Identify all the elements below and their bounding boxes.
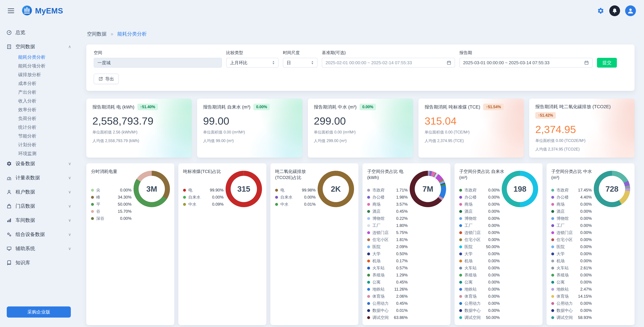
legend-row[interactable]: 工厂 0.00%	[459, 222, 500, 229]
legend-row[interactable]: 商场 0.00%	[551, 201, 592, 208]
base-period-input[interactable]: 2025-02-01 00:00:00 ~ 2025-02-14 07:55:3…	[322, 58, 455, 68]
sidebar-item-overview[interactable]: 总览	[4, 27, 74, 38]
hamburger-menu-button[interactable]	[7, 8, 15, 14]
sidebar-subitem[interactable]: 碳排放分析	[4, 70, 74, 79]
legend-row[interactable]: 市政府 17.45%	[551, 186, 592, 194]
legend-row[interactable]: 工厂 1.80%	[367, 222, 408, 229]
legend-row[interactable]: 医院 2.09%	[367, 243, 408, 250]
legend-row[interactable]: 调试空间 50.00%	[459, 314, 500, 321]
legend-row[interactable]: 大学 0.50%	[367, 250, 408, 258]
legend-row[interactable]: 数据中心 0.00%	[551, 307, 592, 314]
legend-row[interactable]: 地铁站 2.47%	[551, 286, 592, 293]
sidebar-subitem[interactable]: 统计分析	[4, 123, 74, 132]
legend-row[interactable]: 办公楼 0.00%	[459, 194, 500, 201]
legend-row[interactable]: 连锁门店 5.75%	[367, 229, 408, 236]
legend-row[interactable]: 深谷 0.00%	[91, 215, 132, 222]
export-button[interactable]: 导出	[94, 74, 119, 84]
legend-row[interactable]: 体育场 14.15%	[551, 293, 592, 300]
legend-row[interactable]: 市政府 1.71%	[367, 186, 408, 194]
legend-row[interactable]: 公用动力 0.00%	[459, 300, 500, 307]
legend-row[interactable]: 公寓 0.00%	[551, 278, 592, 286]
notifications-bell-button[interactable]	[609, 6, 620, 16]
legend-row[interactable]: 电 99.90%	[183, 186, 224, 194]
legend-row[interactable]: 火车站 2.61%	[551, 264, 592, 272]
comparison-type-select[interactable]: 上月环比	[226, 58, 278, 68]
legend-row[interactable]: 连锁门店 0.00%	[459, 229, 500, 236]
sidebar-subitem[interactable]: 成本分析	[4, 79, 74, 88]
legend-row[interactable]: 博物馆 0.00%	[459, 215, 500, 222]
submit-button[interactable]: 提交	[597, 58, 617, 68]
legend-row[interactable]: 办公楼 1.98%	[367, 194, 408, 201]
legend-row[interactable]: 医院 50.00%	[459, 243, 500, 250]
legend-row[interactable]: 谷 15.70%	[91, 208, 132, 215]
legend-row[interactable]: 火车站 0.00%	[459, 264, 500, 272]
legend-row[interactable]: 连锁门店 0.00%	[551, 229, 592, 236]
legend-row[interactable]: 酒店 0.00%	[551, 208, 592, 215]
sidebar-item-meter[interactable]: 计量表数据 ∨	[4, 172, 74, 184]
sidebar-item-tenant[interactable]: 租户数据 ∨	[4, 186, 74, 198]
sidebar-subitem[interactable]: 产出分析	[4, 88, 74, 96]
legend-row[interactable]: 数据中心 0.01%	[367, 307, 408, 314]
legend-row[interactable]: 中水 0.09%	[183, 201, 224, 208]
legend-row[interactable]: 商场 0.00%	[459, 201, 500, 208]
legend-row[interactable]: 火车站 0.57%	[367, 264, 408, 272]
legend-row[interactable]: 公寓 0.45%	[367, 278, 408, 286]
legend-row[interactable]: 住宅小区 0.00%	[459, 236, 500, 243]
legend-row[interactable]: 体育场 2.06%	[367, 293, 408, 300]
sidebar-subitem[interactable]: 能耗分类分析	[4, 52, 74, 61]
legend-row[interactable]: 地铁站 11.26%	[367, 286, 408, 293]
legend-row[interactable]: 商场 3.57%	[367, 201, 408, 208]
sidebar-item-combined[interactable]: 组合设备数据 ∨	[4, 228, 74, 240]
sidebar-subitem[interactable]: 效率分析	[4, 105, 74, 114]
breadcrumb-current-link[interactable]: 能耗分类分析	[117, 31, 147, 36]
sidebar-item-store[interactable]: 门店数据 ∨	[4, 200, 74, 212]
legend-row[interactable]: 机场 0.00%	[551, 258, 592, 264]
legend-row[interactable]: 调试空间 63.86%	[367, 314, 408, 321]
legend-row[interactable]: 公用动力 0.00%	[551, 300, 592, 307]
breadcrumb-parent-link[interactable]: 空间数据	[87, 31, 106, 36]
sidebar-item-knowledge[interactable]: 知识库	[4, 257, 74, 269]
legend-row[interactable]: 地铁站 0.00%	[459, 286, 500, 293]
legend-row[interactable]: 博物馆 0.00%	[551, 215, 592, 222]
legend-row[interactable]: 调试空间 58.93%	[551, 314, 592, 321]
sidebar-subitem[interactable]: 节能分析	[4, 132, 74, 140]
legend-row[interactable]: 公寓 0.00%	[459, 278, 500, 286]
sidebar-item-equipment[interactable]: 设备数据 ∨	[4, 158, 74, 170]
purchase-enterprise-button[interactable]: 采购企业版	[7, 306, 71, 318]
legend-row[interactable]: 体育场 0.00%	[459, 293, 500, 300]
legend-row[interactable]: 住宅小区 1.81%	[367, 236, 408, 243]
legend-row[interactable]: 中水 0.01%	[275, 201, 316, 208]
legend-row[interactable]: 养殖场 1.29%	[367, 272, 408, 278]
legend-row[interactable]: 酒店 0.45%	[367, 208, 408, 215]
legend-row[interactable]: 办公楼 4.40%	[551, 194, 592, 201]
legend-row[interactable]: 平 50.00%	[91, 201, 132, 208]
period-scale-select[interactable]: 日	[283, 58, 318, 68]
legend-row[interactable]: 机场 0.17%	[367, 258, 408, 264]
legend-row[interactable]: 尖 0.00%	[91, 186, 132, 194]
sidebar-subitem[interactable]: 环境监测	[4, 149, 74, 158]
legend-row[interactable]: 住宅小区 0.00%	[551, 236, 592, 243]
reporting-period-input[interactable]: 2025-03-01 00:00:00 ~ 2025-03-14 07:55:3…	[460, 58, 592, 68]
sidebar-item-auxiliary[interactable]: 辅助系统 ∨	[4, 243, 74, 254]
sidebar-subitem[interactable]: 收入分析	[4, 96, 74, 105]
legend-row[interactable]: 机场 0.00%	[459, 258, 500, 264]
legend-row[interactable]: 大学 0.00%	[459, 250, 500, 258]
sidebar-subitem[interactable]: 能耗分项分析	[4, 61, 74, 70]
legend-row[interactable]: 公用动力 0.45%	[367, 300, 408, 307]
sidebar-item-shopfloor[interactable]: 车间数据 ∨	[4, 214, 74, 226]
legend-row[interactable]: 酒店 0.00%	[459, 208, 500, 215]
legend-row[interactable]: 博物馆 0.22%	[367, 215, 408, 222]
legend-row[interactable]: 数据中心 0.00%	[459, 307, 500, 314]
legend-row[interactable]: 养殖场 0.00%	[459, 272, 500, 278]
settings-gear-button[interactable]	[597, 7, 604, 14]
legend-row[interactable]: 峰 34.30%	[91, 194, 132, 201]
brand-logo[interactable]: MyEMS	[22, 5, 63, 16]
legend-row[interactable]: 自来水 0.00%	[183, 194, 224, 201]
legend-row[interactable]: 养殖场 0.00%	[551, 272, 592, 278]
legend-row[interactable]: 医院 0.00%	[551, 243, 592, 250]
legend-row[interactable]: 市政府 0.00%	[459, 186, 500, 194]
sidebar-subitem[interactable]: 负荷分析	[4, 114, 74, 123]
space-input[interactable]	[94, 58, 222, 68]
user-avatar-button[interactable]	[625, 6, 636, 16]
sidebar-subitem[interactable]: 计划分析	[4, 140, 74, 149]
